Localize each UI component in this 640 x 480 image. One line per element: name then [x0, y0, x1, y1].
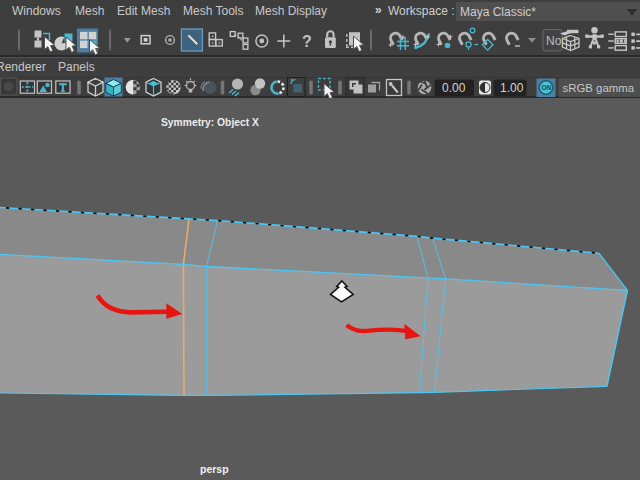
svg-text:1.00: 1.00 — [500, 81, 524, 95]
svg-text:?: ? — [302, 33, 312, 50]
svg-text:sRGB gamma: sRGB gamma — [563, 82, 635, 94]
svg-text:0.00: 0.00 — [442, 81, 466, 95]
svg-text:No: No — [546, 34, 562, 48]
svg-text:ON: ON — [542, 84, 552, 91]
